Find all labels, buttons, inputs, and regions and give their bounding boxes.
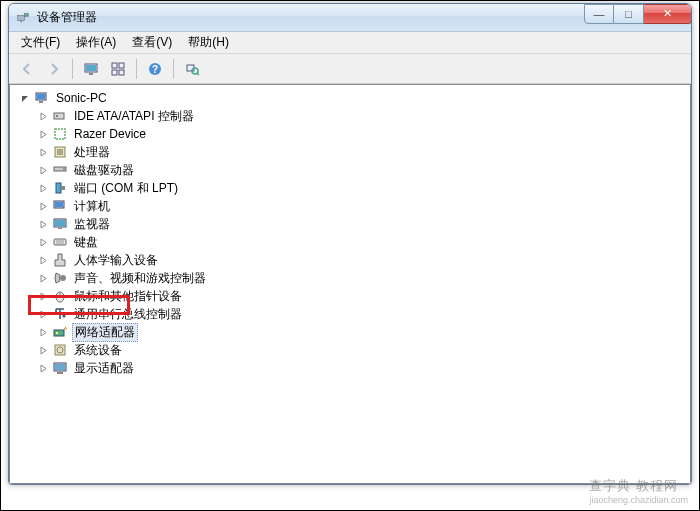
svg-rect-18	[54, 113, 64, 119]
device-category-icon	[52, 252, 68, 268]
back-button[interactable]	[15, 57, 39, 81]
scan-button[interactable]	[180, 57, 204, 81]
device-category-icon	[52, 126, 68, 142]
chevron-down-icon[interactable]	[18, 91, 32, 105]
tree-node-label: 声音、视频和游戏控制器	[72, 270, 208, 287]
svg-point-39	[63, 315, 66, 318]
svg-point-19	[56, 115, 58, 117]
tree-node[interactable]: 网络适配器	[34, 323, 690, 341]
chevron-right-icon[interactable]	[36, 109, 50, 123]
computer-button[interactable]	[79, 57, 103, 81]
device-category-icon	[52, 108, 68, 124]
tree-node[interactable]: 处理器	[34, 143, 690, 161]
chevron-right-icon[interactable]	[36, 361, 50, 375]
tree-node[interactable]: 通用串行总线控制器	[34, 305, 690, 323]
forward-button[interactable]	[42, 57, 66, 81]
device-tree: Sonic-PC IDE ATA/ATAPI 控制器Razer Device处理…	[10, 85, 690, 381]
svg-rect-17	[39, 101, 43, 103]
svg-line-14	[197, 73, 199, 75]
tree-node-label: 鼠标和其他指针设备	[72, 288, 184, 305]
tree-node[interactable]: IDE ATA/ATAPI 控制器	[34, 107, 690, 125]
svg-rect-2	[25, 13, 29, 16]
chevron-right-icon[interactable]	[36, 145, 50, 159]
svg-point-38	[55, 312, 58, 315]
svg-rect-8	[112, 70, 117, 75]
device-category-icon	[52, 360, 68, 376]
device-category-icon	[52, 180, 68, 196]
menu-help[interactable]: 帮助(H)	[180, 32, 237, 53]
tree-node-label: 显示适配器	[72, 360, 136, 377]
svg-rect-6	[112, 63, 117, 68]
window-controls: — □ ✕	[584, 4, 692, 24]
chevron-right-icon[interactable]	[36, 307, 50, 321]
svg-rect-1	[20, 20, 22, 22]
device-category-icon	[52, 270, 68, 286]
maximize-button[interactable]: □	[614, 4, 644, 24]
chevron-right-icon[interactable]	[36, 127, 50, 141]
close-button[interactable]: ✕	[644, 4, 692, 24]
chevron-right-icon[interactable]	[36, 199, 50, 213]
chevron-right-icon[interactable]	[36, 181, 50, 195]
svg-rect-28	[55, 202, 63, 207]
tree-node-label: 通用串行总线控制器	[72, 306, 184, 323]
tree-client-area[interactable]: Sonic-PC IDE ATA/ATAPI 控制器Razer Device处理…	[9, 84, 691, 484]
tree-node-label: 磁盘驱动器	[72, 162, 136, 179]
tree-node[interactable]: Razer Device	[34, 125, 690, 143]
tree-node-label: 计算机	[72, 198, 112, 215]
svg-rect-0	[18, 15, 25, 20]
tree-node-label: 监视器	[72, 216, 112, 233]
device-category-icon	[52, 234, 68, 250]
chevron-right-icon[interactable]	[36, 343, 50, 357]
tree-node[interactable]: 系统设备	[34, 341, 690, 359]
tree-root-label: Sonic-PC	[54, 91, 109, 105]
device-category-icon	[52, 324, 68, 340]
device-category-icon	[52, 342, 68, 358]
tree-node[interactable]: 声音、视频和游戏控制器	[34, 269, 690, 287]
chevron-right-icon[interactable]	[36, 235, 50, 249]
menu-file[interactable]: 文件(F)	[13, 32, 68, 53]
svg-rect-25	[56, 183, 61, 193]
tree-node[interactable]: 显示适配器	[34, 359, 690, 377]
svg-rect-20	[55, 129, 65, 139]
watermark-sub: jiaocheng.chazidian.com	[589, 495, 688, 505]
svg-point-35	[60, 275, 66, 281]
svg-rect-7	[119, 63, 124, 68]
help-button[interactable]: ?	[143, 57, 167, 81]
svg-rect-45	[55, 364, 65, 370]
tree-node-label: 网络适配器	[72, 323, 138, 342]
view-button[interactable]	[106, 57, 130, 81]
svg-rect-9	[119, 70, 124, 75]
device-category-icon	[52, 216, 68, 232]
svg-rect-16	[37, 94, 45, 99]
menu-view[interactable]: 查看(V)	[124, 32, 180, 53]
window-title: 设备管理器	[37, 9, 584, 26]
chevron-right-icon[interactable]	[36, 289, 50, 303]
chevron-right-icon[interactable]	[36, 325, 50, 339]
svg-rect-22	[57, 149, 63, 155]
tree-node-label: 端口 (COM 和 LPT)	[72, 180, 180, 197]
chevron-right-icon[interactable]	[36, 253, 50, 267]
tree-node[interactable]: 监视器	[34, 215, 690, 233]
minimize-button[interactable]: —	[584, 4, 614, 24]
tree-node[interactable]: 键盘	[34, 233, 690, 251]
tree-node[interactable]: 端口 (COM 和 LPT)	[34, 179, 690, 197]
tree-node[interactable]: 磁盘驱动器	[34, 161, 690, 179]
svg-rect-31	[58, 228, 62, 229]
tree-node[interactable]: 鼠标和其他指针设备	[34, 287, 690, 305]
app-icon	[15, 10, 31, 26]
tree-node[interactable]: 人体学输入设备	[34, 251, 690, 269]
chevron-right-icon[interactable]	[36, 271, 50, 285]
tree-node-label: 系统设备	[72, 342, 124, 359]
toolbar-separator	[136, 59, 137, 79]
svg-rect-26	[61, 186, 65, 190]
tree-node[interactable]: 计算机	[34, 197, 690, 215]
svg-text:?: ?	[152, 64, 158, 75]
device-category-icon	[52, 306, 68, 322]
tree-root[interactable]: Sonic-PC	[16, 89, 690, 107]
chevron-right-icon[interactable]	[36, 163, 50, 177]
svg-rect-30	[55, 220, 65, 226]
tree-node-label: IDE ATA/ATAPI 控制器	[72, 108, 196, 125]
device-category-icon	[52, 144, 68, 160]
menu-action[interactable]: 操作(A)	[68, 32, 124, 53]
chevron-right-icon[interactable]	[36, 217, 50, 231]
